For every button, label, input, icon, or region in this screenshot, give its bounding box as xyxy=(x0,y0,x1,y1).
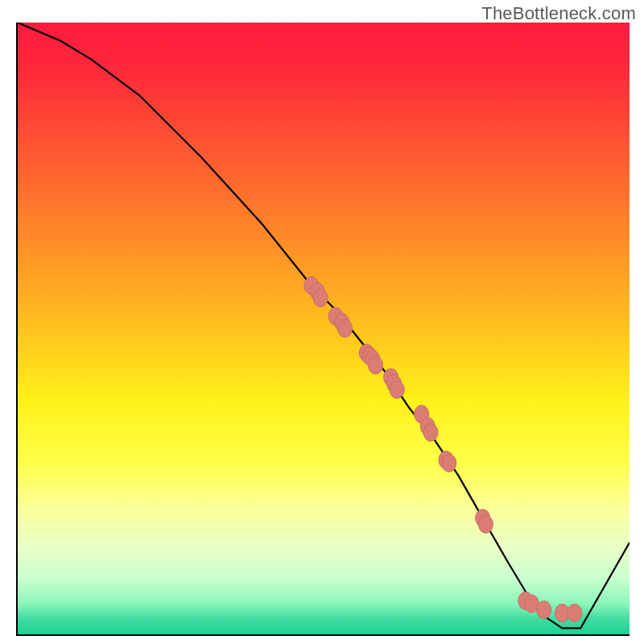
data-point xyxy=(313,289,328,307)
data-point xyxy=(478,515,493,533)
data-point-group xyxy=(304,277,582,622)
data-point xyxy=(568,604,582,621)
bottleneck-curve xyxy=(18,23,630,628)
data-point xyxy=(423,423,438,441)
chart-overlay xyxy=(18,23,630,634)
data-point xyxy=(338,320,353,337)
data-point xyxy=(369,357,383,374)
plot-area xyxy=(16,23,630,636)
data-point xyxy=(442,454,456,472)
data-point xyxy=(537,601,551,619)
chart-stage: TheBottleneck.com xyxy=(0,0,644,644)
watermark-text: TheBottleneck.com xyxy=(481,3,636,24)
data-point xyxy=(390,381,404,398)
